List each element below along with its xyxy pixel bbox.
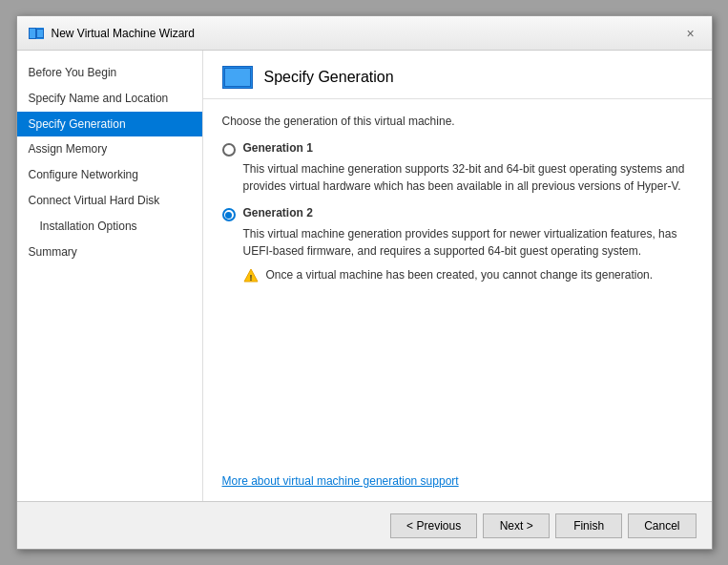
sidebar-item-configure-networking[interactable]: Configure Networking [17, 162, 202, 188]
sidebar-item-connect-vhd[interactable]: Connect Virtual Hard Disk [17, 188, 202, 214]
generation1-radio[interactable] [222, 143, 236, 157]
generation2-radio[interactable] [222, 208, 236, 221]
generation1-radio-row: Generation 1 [222, 141, 693, 157]
svg-text:!: ! [249, 273, 252, 282]
sidebar: Before You Begin Specify Name and Locati… [17, 51, 203, 501]
warning-text: Once a virtual machine has been created,… [266, 267, 654, 283]
sidebar-item-summary[interactable]: Summary [17, 240, 202, 265]
main-header: Specify Generation [203, 51, 712, 99]
close-button[interactable]: × [681, 24, 700, 43]
warning-icon: ! [243, 268, 259, 283]
warning-box: ! Once a virtual machine has been create… [243, 267, 693, 283]
footer: < Previous Next > Finish Cancel [17, 501, 712, 549]
generation1-desc: This virtual machine generation supports… [243, 160, 693, 195]
header-icon [222, 66, 253, 89]
content-area: Before You Begin Specify Name and Locati… [17, 51, 712, 501]
sidebar-item-specify-generation[interactable]: Specify Generation [17, 112, 202, 137]
generation2-radio-row: Generation 2 [222, 206, 693, 221]
sidebar-item-specify-name[interactable]: Specify Name and Location [17, 86, 202, 112]
link-area: More about virtual machine generation su… [203, 465, 712, 501]
generation1-group: Generation 1 This virtual machine genera… [222, 141, 693, 195]
wizard-window: New Virtual Machine Wizard × Before You … [16, 15, 713, 550]
main-panel: Specify Generation Choose the generation… [203, 51, 712, 501]
title-bar: New Virtual Machine Wizard × [17, 16, 712, 51]
window-title: New Virtual Machine Wizard [52, 27, 196, 40]
generation2-label[interactable]: Generation 2 [243, 206, 313, 220]
main-content: Choose the generation of this virtual ma… [203, 99, 712, 465]
more-info-link[interactable]: More about virtual machine generation su… [222, 474, 459, 488]
sidebar-item-before-you-begin[interactable]: Before You Begin [17, 60, 202, 86]
generation2-group: Generation 2 This virtual machine genera… [222, 206, 693, 283]
page-title: Specify Generation [264, 69, 394, 86]
next-button[interactable]: Next > [483, 513, 550, 538]
finish-button[interactable]: Finish [555, 513, 622, 538]
sidebar-item-assign-memory[interactable]: Assign Memory [17, 136, 202, 162]
generation1-label[interactable]: Generation 1 [243, 141, 313, 155]
cancel-button[interactable]: Cancel [628, 513, 696, 538]
window-icon [29, 28, 44, 39]
intro-text: Choose the generation of this virtual ma… [222, 115, 693, 128]
sidebar-item-installation-options[interactable]: Installation Options [17, 214, 202, 240]
generation2-desc: This virtual machine generation provides… [243, 225, 693, 260]
title-bar-left: New Virtual Machine Wizard [29, 27, 196, 40]
previous-button[interactable]: < Previous [390, 513, 477, 538]
